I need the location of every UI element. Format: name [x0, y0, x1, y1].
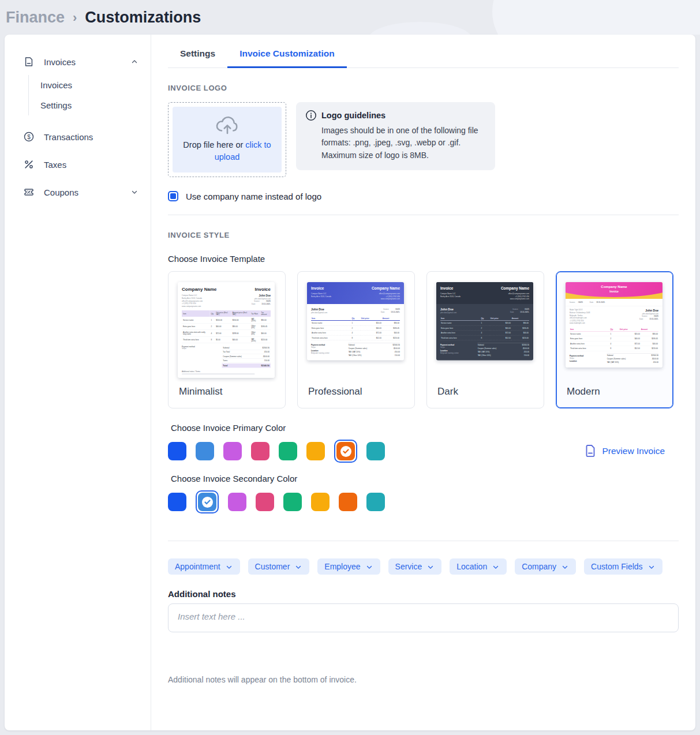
template-preview: InvoiceCompany Name Compan Name LLCBarle…: [307, 282, 404, 360]
sidebar-item-label: Invoices: [44, 57, 119, 67]
primary-color-swatch[interactable]: [168, 442, 186, 460]
chevron-down-icon: [647, 562, 656, 571]
chip-label: Customer: [255, 562, 290, 571]
sidebar-item-transactions[interactable]: $ Transactions: [23, 127, 140, 147]
primary-color-swatch-selected[interactable]: [334, 440, 357, 463]
guidelines-body: Images should be in one of the following…: [321, 125, 484, 162]
additional-notes-input[interactable]: [168, 603, 679, 632]
secondary-color-swatch-selected[interactable]: [196, 490, 219, 513]
check-icon: [340, 446, 351, 457]
secondary-color-swatch[interactable]: [366, 493, 385, 511]
sidebar: Invoices InvoicesSettings $ Transactions…: [5, 35, 151, 730]
chip-label: Appointment: [175, 562, 220, 571]
template-name: Minimalist: [179, 386, 223, 397]
template-card-dark[interactable]: InvoiceCompany Name Compan Name LLCBarle…: [426, 271, 544, 408]
chevron-down-icon: [225, 562, 233, 571]
template-preview-holder: InvoiceCompany Name Compan Name LLCBarle…: [307, 282, 405, 373]
chip-label: Employee: [324, 562, 360, 571]
secondary-color-swatch[interactable]: [339, 493, 357, 511]
secondary-color-row: [168, 490, 679, 513]
primary-color-swatch[interactable]: [196, 442, 214, 460]
info-icon: [305, 110, 317, 121]
field-chip-employee[interactable]: Employee: [317, 558, 380, 575]
secondary-color-swatch[interactable]: [311, 493, 330, 511]
template-cards-row: Company NameInvoice Compan Name LLCBarle…: [168, 271, 679, 408]
page-header: Finance › Customizations: [0, 0, 700, 35]
secondary-color-swatch[interactable]: [228, 493, 246, 511]
secondary-color-swatch[interactable]: [283, 493, 302, 511]
field-chip-company[interactable]: Company: [515, 558, 576, 575]
chevron-down-icon: [492, 562, 500, 571]
sidebar-subitem-invoices[interactable]: Invoices: [40, 75, 140, 95]
chevron-down-icon: [294, 562, 302, 571]
choose-secondary-color-label: Choose Invoice Secondary Color: [171, 474, 679, 483]
chevron-down-icon: [365, 562, 373, 571]
sidebar-item-taxes[interactable]: Taxes: [23, 155, 140, 174]
preview-invoice-label: Preview Invoice: [602, 446, 665, 456]
preview-invoice-link[interactable]: Preview Invoice: [585, 445, 665, 457]
chip-label: Company: [522, 562, 556, 571]
sidebar-subitem-settings[interactable]: Settings: [40, 95, 140, 115]
primary-color-row: Preview Invoice: [168, 440, 679, 463]
chevron-up-icon: [129, 58, 140, 66]
primary-color-swatch[interactable]: [223, 442, 242, 460]
primary-color-swatch[interactable]: [251, 442, 269, 460]
tab-invoice-customization[interactable]: Invoice Customization: [227, 43, 347, 68]
chevron-down-icon: [426, 562, 435, 571]
logo-dropzone[interactable]: Drop file here or click to upload: [168, 102, 286, 177]
secondary-color-swatch[interactable]: [168, 493, 186, 511]
template-preview: InvoiceCompany Name Compan Name LLCBarle…: [436, 282, 533, 360]
cloud-upload-icon: [215, 116, 239, 136]
sidebar-subitems: InvoicesSettings: [28, 75, 140, 115]
field-chip-location[interactable]: Location: [450, 558, 507, 575]
sidebar-item-label: Coupons: [44, 187, 119, 197]
use-company-name-checkbox[interactable]: [168, 191, 178, 201]
chip-label: Service: [395, 562, 422, 571]
coupons-icon: [23, 186, 35, 198]
chip-label: Location: [456, 562, 487, 571]
check-icon: [202, 497, 213, 508]
breadcrumb-parent[interactable]: Finance: [6, 9, 65, 27]
dropzone-text: Drop file here or click to upload: [181, 139, 274, 163]
logo-guidelines-box: Logo guidelines Images should be in one …: [296, 102, 495, 170]
field-chip-customer[interactable]: Customer: [248, 558, 310, 575]
sidebar-item-coupons[interactable]: Coupons: [23, 182, 140, 202]
breadcrumb: Finance › Customizations: [6, 0, 201, 35]
checkbox-checked-mark: [170, 193, 176, 199]
template-card-professional[interactable]: InvoiceCompany Name Compan Name LLCBarle…: [297, 271, 415, 408]
primary-color-swatch[interactable]: [279, 442, 297, 460]
breadcrumb-separator-icon: ›: [73, 9, 77, 25]
template-card-minimalist[interactable]: Company NameInvoice Compan Name LLCBarle…: [168, 271, 286, 408]
template-card-modern[interactable]: Company NameInvoice Invoice#0025Date13.1…: [556, 271, 673, 408]
field-chip-service[interactable]: Service: [388, 558, 442, 575]
field-chip-custom-fields[interactable]: Custom Fields: [584, 558, 662, 575]
main-card: Invoices InvoicesSettings $ Transactions…: [5, 35, 695, 730]
additional-notes-label: Additional notes: [168, 589, 679, 599]
template-preview-holder: InvoiceCompany Name Compan Name LLCBarle…: [436, 282, 534, 373]
invoice-style-section-title: INVOICE STYLE: [168, 231, 679, 239]
primary-color-swatch[interactable]: [366, 442, 385, 460]
sidebar-item-label: Taxes: [44, 160, 140, 170]
checkbox-label: Use company name instead of logo: [186, 192, 321, 201]
use-company-name-checkbox-row[interactable]: Use company name instead of logo: [168, 191, 679, 201]
invoice-icon: [23, 56, 35, 68]
logo-dropzone-inner[interactable]: Drop file here or click to upload: [173, 107, 282, 172]
taxes-icon: [23, 159, 35, 170]
field-chip-appointment[interactable]: Appointment: [168, 558, 240, 575]
template-preview: Company NameInvoice Compan Name LLCBarle…: [178, 282, 275, 378]
guidelines-title: Logo guidelines: [321, 111, 385, 120]
sidebar-item-invoices[interactable]: Invoices: [23, 52, 140, 72]
template-name: Dark: [437, 386, 458, 397]
choose-template-label: Choose Invoice Template: [168, 254, 679, 264]
tab-settings[interactable]: Settings: [168, 43, 227, 68]
notes-footnote: Additional notes will appear on the bott…: [168, 675, 679, 684]
transactions-icon: $: [23, 131, 35, 142]
field-chips-row: Appointment Customer Employee Service Lo…: [168, 558, 679, 575]
template-preview-holder: Company NameInvoice Compan Name LLCBarle…: [178, 282, 276, 373]
tab-bar: SettingsInvoice Customization: [168, 35, 679, 68]
secondary-color-swatch[interactable]: [256, 493, 274, 511]
section-divider: [168, 541, 679, 541]
chevron-down-icon: [129, 188, 140, 196]
header-decoration: [368, 22, 472, 35]
primary-color-swatch[interactable]: [306, 442, 325, 460]
